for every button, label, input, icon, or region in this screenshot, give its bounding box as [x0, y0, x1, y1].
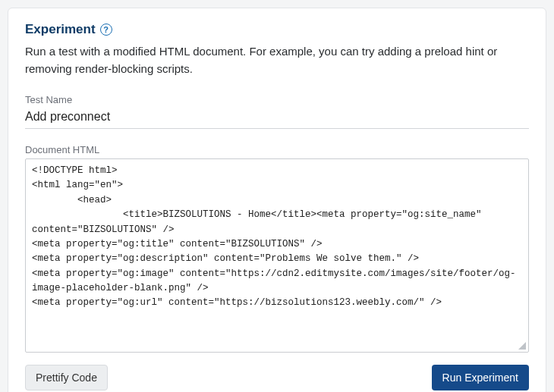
card-title: Experiment — [25, 22, 96, 37]
help-icon[interactable]: ? — [100, 24, 112, 36]
card-description: Run a test with a modified HTML document… — [25, 43, 529, 77]
test-name-label: Test Name — [25, 94, 529, 105]
document-html-label: Document HTML — [25, 144, 529, 155]
experiment-card: Experiment ? Run a test with a modified … — [8, 8, 546, 392]
document-html-field: Document HTML — [25, 144, 529, 353]
test-name-input[interactable] — [25, 108, 529, 129]
prettify-code-button[interactable]: Prettify Code — [25, 365, 108, 390]
test-name-field: Test Name — [25, 94, 529, 144]
card-header: Experiment ? — [25, 22, 529, 37]
document-html-wrapper — [25, 158, 529, 353]
button-row: Prettify Code Run Experiment — [25, 365, 529, 390]
document-html-textarea[interactable] — [32, 164, 524, 344]
run-experiment-button[interactable]: Run Experiment — [432, 365, 529, 390]
